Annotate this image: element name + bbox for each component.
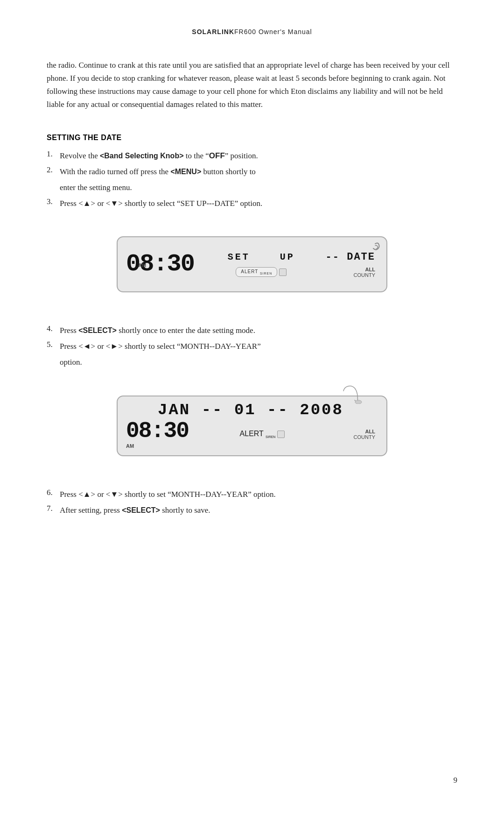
display2-date-line: JAN -- 01 -- 2008 <box>126 401 375 419</box>
display1-time: 08:30 <box>126 252 194 276</box>
page: SOLARLINKFR600 Owner's Manual the radio.… <box>0 0 504 813</box>
menu-label: <MENU> <box>170 168 201 176</box>
display2-am: AM <box>126 443 189 449</box>
step-5-num: 5. <box>47 340 60 349</box>
display2-bottom-row: 08:30 AM ALERT SIREN A <box>126 420 375 449</box>
display1-alert-label: ALERT <box>241 269 258 274</box>
display2-checkbox <box>277 431 285 438</box>
step-6-num: 6. <box>47 488 60 497</box>
section-title: SETTING THE DATE <box>47 134 457 142</box>
step-4: 4. Press <SELECT> shortly once to enter … <box>47 324 457 337</box>
display1-top-text: SET UP <box>228 252 295 262</box>
antenna-icon <box>362 241 380 259</box>
select-label-4: <SELECT> <box>78 326 117 334</box>
off-label: OFF <box>209 151 225 160</box>
select-label-7: <SELECT> <box>122 506 160 514</box>
step-6-content: Press <▲> or <▼> shortly to set “MONTH--… <box>60 488 276 501</box>
step-5-content: Press <◄> or <►> shortly to select “MONT… <box>60 340 261 353</box>
display1-alert-btn: ALERT SIREN <box>236 267 277 277</box>
band-selecting-knob-label: <Band Selecting Knob> <box>100 152 184 160</box>
brand-name: SOLARLINK <box>192 28 234 35</box>
step-1-num: 1. <box>47 149 60 159</box>
step-3: 3. Press <▲> or <▼> shortly to select “S… <box>47 197 457 210</box>
display2-all-county: ALL COUNTY <box>354 429 375 440</box>
display-box-2: JAN -- 01 -- 2008 08:30 AM ALERT SIREN <box>117 396 387 456</box>
step-3-num: 3. <box>47 197 60 206</box>
display2-right: ALL COUNTY <box>333 429 375 440</box>
step-5-indent: option. <box>47 356 457 369</box>
step-2-num: 2. <box>47 165 60 175</box>
display2-alert-sub: SIREN <box>266 435 275 438</box>
step-2-indent: enter the setting menu. <box>47 181 457 194</box>
model-name: FR600 Owner's Manual <box>234 28 312 35</box>
display2-all: ALL <box>354 429 375 434</box>
step-7: 7. After setting, press <SELECT> shortly… <box>47 504 457 517</box>
display1-county: COUNTY <box>354 272 375 278</box>
step-2-content: With the radio turned off press the <MEN… <box>60 165 256 178</box>
steps-group-2: 4. Press <SELECT> shortly once to enter … <box>47 324 457 369</box>
step-5: 5. Press <◄> or <►> shortly to select “M… <box>47 340 457 353</box>
display1-am: AM <box>138 262 146 268</box>
step-7-num: 7. <box>47 504 60 513</box>
display2-alert-btn: ALERT SIREN <box>240 430 276 438</box>
display1-center: SET UP ALERT SIREN <box>205 252 317 277</box>
display1-checkbox <box>279 269 287 276</box>
display2-time: 08:30 <box>126 420 189 442</box>
step-6: 6. Press <▲> or <▼> shortly to set “MONT… <box>47 488 457 501</box>
steps-group-1: 1. Revolve the <Band Selecting Knob> to … <box>47 149 457 210</box>
step-4-content: Press <SELECT> shortly once to enter the… <box>60 324 255 337</box>
step-1: 1. Revolve the <Band Selecting Knob> to … <box>47 149 457 163</box>
step-3-content: Press <▲> or <▼> shortly to select “SET … <box>60 197 262 210</box>
page-number: 9 <box>454 776 458 785</box>
step-4-num: 4. <box>47 324 60 333</box>
display1-antenna <box>362 241 380 261</box>
display2-center: ALERT SIREN <box>200 430 325 438</box>
display1-alert-sub: SIREN <box>260 272 272 275</box>
display-box-1: 08:30 AM SET UP ALERT SIREN -- DATE <box>117 236 387 292</box>
steps-group-3: 6. Press <▲> or <▼> shortly to set “MONT… <box>47 488 457 517</box>
page-header: SOLARLINKFR600 Owner's Manual <box>47 28 457 35</box>
display1-all: ALL <box>354 267 375 272</box>
intro-paragraph: the radio. Continue to crank at this rat… <box>47 59 457 111</box>
step-1-content: Revolve the <Band Selecting Knob> to the… <box>60 149 258 163</box>
step-2: 2. With the radio turned off press the <… <box>47 165 457 178</box>
display2-alert-label: ALERT <box>240 430 264 438</box>
display2-county: COUNTY <box>354 434 375 440</box>
display1-all-county: ALL COUNTY <box>354 267 375 278</box>
step-7-content: After setting, press <SELECT> shortly to… <box>60 504 210 517</box>
